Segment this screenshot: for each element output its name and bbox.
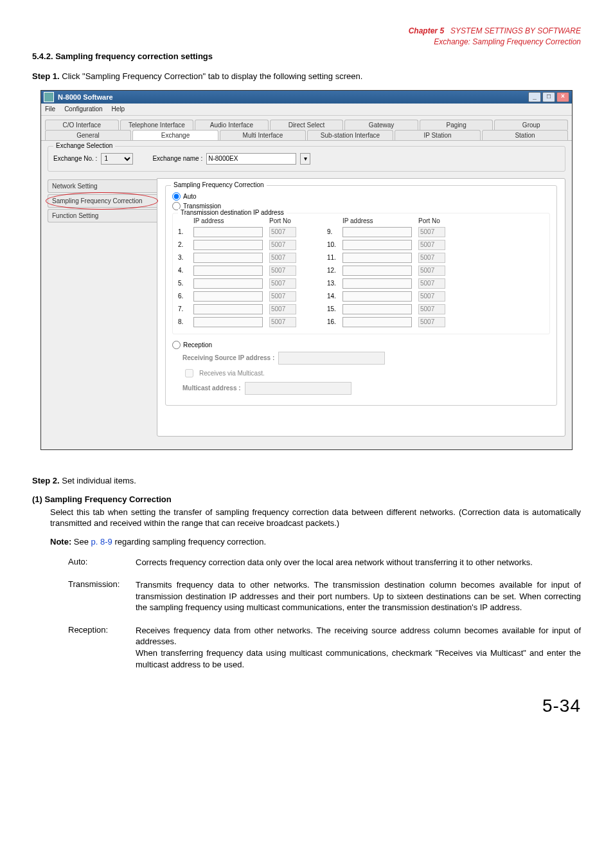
exchange-no-select[interactable]: 1 [101,153,133,165]
step1-label: Step 1. [32,71,60,81]
ip-input [193,240,263,250]
row-num: 14. [327,293,337,300]
exchange-no-label: Exchange No. : [53,155,97,162]
radio-auto-label: Auto [183,193,197,200]
recv-multicast-label: Receives via Multicast. [199,370,265,377]
sidetab-network-setting[interactable]: Network Setting [48,179,157,193]
port-input [418,253,445,263]
chapter-title: SYSTEM SETTINGS BY SOFTWARE [450,26,581,35]
window-title: N-8000 Software [58,93,113,101]
ip-input [193,291,263,302]
radio-reception-label: Reception [183,341,212,348]
ip-input [342,253,412,263]
row-num: 4. [178,267,188,274]
tab-station[interactable]: Station [482,130,568,140]
port-input [269,291,296,302]
ip-input [342,304,412,314]
row-num: 8. [178,318,188,325]
ip-input [342,291,412,302]
row-num: 13. [327,280,337,287]
ip-input [193,304,263,314]
row-num: 5. [178,280,188,287]
chapter-subtitle: Exchange: Sampling Frequency Correction [32,37,581,48]
port-input [269,253,296,263]
app-icon [44,92,54,102]
tab-direct-select[interactable]: Direct Select [270,120,344,130]
transmission-legend: Transmission destination IP address [178,209,287,216]
radio-auto[interactable] [172,192,181,201]
row-num: 9. [327,228,337,235]
ip-input [342,278,412,289]
ip-input [193,266,263,276]
sidetab-function-setting[interactable]: Function Setting [48,209,157,222]
ip-input [193,253,263,263]
row-num: 11. [327,254,337,261]
port-input [418,227,445,237]
chapter-label: Chapter 5 [409,26,444,35]
tab-co-interface[interactable]: C/O Interface [45,120,119,130]
port-input [269,304,296,314]
port-input [269,317,296,327]
tab-multi-interface[interactable]: Multi Interface [220,130,306,140]
ip-input [193,317,263,327]
menu-help[interactable]: Help [112,105,125,113]
note-label: Note: [50,537,71,547]
note-link[interactable]: p. 8-9 [91,537,112,547]
tab-group[interactable]: Group [494,120,568,130]
desc-reception: Receives frequency data from other netwo… [136,625,581,670]
exchange-selection-legend: Exchange Selection [53,142,115,149]
port-input [269,227,296,237]
transmission-subgroup: Transmission destination IP address IP a… [172,213,550,334]
minimize-button[interactable]: _ [528,92,541,102]
recv-multicast-checkbox [185,369,193,377]
row-num: 16. [327,318,337,325]
dropdown-icon[interactable]: ▾ [300,153,310,165]
row-num: 3. [178,254,188,261]
port-input [418,317,445,327]
multicast-address-label: Multicast address : [182,384,241,392]
tab-audio-interface[interactable]: Audio Interface [195,120,269,130]
page-header: Chapter 5 SYSTEM SETTINGS BY SOFTWARE Ex… [32,26,581,48]
app-window: N-8000 Software _ □ × File Configuration… [40,90,573,450]
sfc-group: Sampling Frequency Correction Auto Trans… [165,185,557,406]
step2-text: Set individual items. [62,476,136,485]
port-input [269,266,296,276]
menu-file[interactable]: File [45,105,55,113]
ip-input [342,266,412,276]
radio-reception[interactable] [172,341,181,349]
port-input [418,291,445,302]
port-input [418,278,445,289]
row-num: 6. [178,293,188,300]
port-input [418,304,445,314]
tab-ip-station[interactable]: IP Station [395,130,481,140]
tab-paging[interactable]: Paging [420,120,493,130]
page-number: 5-34 [32,696,581,716]
ip-input [193,278,263,289]
tab-telephone-interface[interactable]: Telephone Interface [120,120,194,130]
sidetab-sampling-frequency-correction[interactable]: Sampling Frequency Correction [48,194,157,208]
col-port-right: Port No [418,217,447,224]
term-reception: Reception: [68,625,136,670]
row-num: 7. [178,305,188,312]
tab-sub-station-interface[interactable]: Sub-station Interface [307,130,393,140]
tab-exchange[interactable]: Exchange [132,130,218,140]
multicast-address-input [245,382,351,395]
term-transmission: Transmission: [68,579,136,613]
maximize-button[interactable]: □ [542,92,555,102]
section-title: 5.4.2. Sampling frequency correction set… [32,51,581,61]
menu-configuration[interactable]: Configuration [64,105,102,113]
row-num: 2. [178,241,188,248]
close-button[interactable]: × [556,92,569,102]
port-input [269,240,296,250]
exchange-name-input[interactable] [206,153,296,165]
tab-gateway[interactable]: Gateway [344,120,418,130]
note-text-a: See [74,537,91,547]
exchange-selection-group: Exchange Selection Exchange No. : 1 Exch… [48,146,565,172]
desc-transmission: Transmits frequency data to other networ… [136,579,581,613]
step1-text: Click "Sampling Frequency Correction" ta… [62,71,362,81]
row-num: 12. [327,267,337,274]
port-input [269,278,296,289]
recv-source-label: Receiving Source IP address : [182,354,274,361]
desc-auto: Corrects frequency correction data only … [136,557,581,568]
tab-general[interactable]: General [45,130,131,140]
